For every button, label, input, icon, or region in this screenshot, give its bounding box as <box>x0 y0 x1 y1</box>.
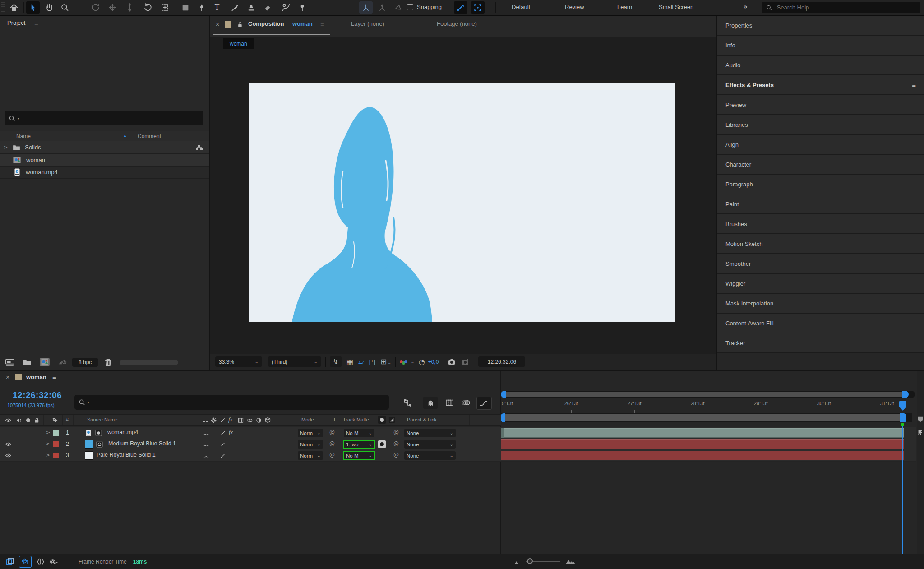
panel-tab-smoother[interactable]: Smoother <box>717 254 924 274</box>
timeline-zoom-slider[interactable] <box>526 561 560 562</box>
timeline-ruler[interactable]: 5:13f 26:13f 27:13f 28:13f 29:13f 30:13f… <box>501 384 916 427</box>
composition-sub-tab[interactable]: woman <box>223 38 254 49</box>
blend-mode-dropdown[interactable]: Norm⌄ <box>298 429 323 437</box>
pickwhip-icon[interactable]: @ <box>329 452 335 458</box>
column-source-name[interactable]: Source Name <box>87 417 117 422</box>
label-color-chip[interactable] <box>53 441 59 447</box>
expand-chevron-icon[interactable]: > <box>46 430 50 435</box>
layer-row-2[interactable]: > 2 Medium Royal Blue Solid 1 Norm⌄ @ 1.… <box>0 439 501 450</box>
draft-3d-button[interactable] <box>423 397 438 409</box>
work-area-end-handle[interactable] <box>900 413 906 422</box>
label-color-chip[interactable] <box>53 453 59 458</box>
view-axis-mode-button[interactable] <box>392 1 405 14</box>
eye-icon[interactable] <box>5 417 12 424</box>
luma-matte-icon[interactable] <box>378 440 386 448</box>
collapse-transformations-icon[interactable] <box>210 417 217 424</box>
exposure-icon[interactable]: ◔ <box>419 357 425 366</box>
frame-blend-column-icon[interactable] <box>237 417 244 424</box>
transparency-grid-icon[interactable]: ▦ <box>346 357 353 366</box>
work-area-body[interactable] <box>505 414 900 421</box>
panel-tab-align[interactable]: Align <box>717 135 924 155</box>
blend-mode-dropdown[interactable]: Norm⌄ <box>298 451 323 460</box>
layer-row-1[interactable]: > 1 woman.mp4 fx Norm⌄ @ No M⌄ @ None⌄ <box>0 427 501 439</box>
workspace-overflow-icon[interactable]: » <box>744 3 748 11</box>
quality-icon[interactable] <box>220 441 226 448</box>
new-folder-icon[interactable] <box>22 357 32 367</box>
panel-tab-paragraph[interactable]: Paragraph <box>717 175 924 194</box>
lock-icon[interactable] <box>33 417 40 424</box>
shy-icon[interactable] <box>202 417 209 424</box>
render-snail-icon[interactable] <box>49 557 59 566</box>
scrollbar-thumb[interactable] <box>506 392 902 397</box>
work-area-start-handle[interactable] <box>501 413 505 422</box>
project-search-box[interactable]: ▾ <box>5 111 203 125</box>
zoom-slider-knob[interactable] <box>527 558 533 564</box>
parent-link-dropdown[interactable]: None⌄ <box>404 451 456 460</box>
current-timecode[interactable]: 12:26:32:06 <box>13 390 62 400</box>
in-out-brackets-icon[interactable] <box>36 557 45 566</box>
panel-tab-paint[interactable]: Paint <box>717 194 924 214</box>
new-composition-icon[interactable] <box>39 357 51 367</box>
graph-editor-button[interactable] <box>476 397 492 410</box>
region-of-interest-icon[interactable]: ◳ <box>369 357 375 366</box>
expand-chevron-icon[interactable]: > <box>46 441 50 447</box>
zoom-tool-button[interactable] <box>58 1 71 14</box>
project-row-woman-mp4[interactable]: woman.mp4 <box>0 166 209 179</box>
track-lane[interactable] <box>501 427 916 439</box>
panel-tab-tracker[interactable]: Tracker <box>717 333 924 353</box>
pickwhip-icon[interactable]: @ <box>329 440 335 447</box>
layer-name[interactable]: woman.mp4 <box>107 429 138 435</box>
mask-visibility-icon[interactable]: ▱ <box>358 357 364 366</box>
panel-tab-libraries[interactable]: Libraries <box>717 115 924 135</box>
layer-row-3[interactable]: > 3 Pale Royal Blue Solid 1 Norm⌄ @ No M… <box>0 450 501 462</box>
parent-link-dropdown[interactable]: None⌄ <box>404 429 456 437</box>
snap-to-edges-button[interactable] <box>471 1 485 14</box>
layer-bar-woman-mp4[interactable] <box>501 428 904 438</box>
pickwhip-icon[interactable]: @ <box>393 429 399 435</box>
channel-settings-icon[interactable]: ⌄ <box>400 359 414 365</box>
preserve-transparency-icon[interactable] <box>378 416 386 424</box>
viewer-timecode[interactable]: 12:26:32:06 <box>478 356 525 367</box>
tab-composition-label[interactable]: Composition <box>248 20 284 27</box>
panel-tab-content-aware-fill[interactable]: Content-Aware Fill <box>717 314 924 333</box>
effects-fx-icon[interactable]: fx <box>228 416 232 423</box>
snapshot-camera-icon[interactable] <box>447 358 456 366</box>
zoom-in-mountains-icon[interactable] <box>565 558 577 565</box>
timeline-track-lanes[interactable] <box>501 427 916 554</box>
brush-tool-button[interactable] <box>228 1 242 14</box>
layer-name[interactable]: Pale Royal Blue Solid 1 <box>97 452 156 458</box>
interpret-footage-icon[interactable] <box>5 357 16 367</box>
pan-behind-tool-button[interactable] <box>158 1 171 14</box>
playhead-handle[interactable] <box>899 401 906 411</box>
exposure-value[interactable]: +0,0 <box>428 359 439 365</box>
composition-mini-flowchart-icon[interactable] <box>403 398 413 408</box>
search-options-chevron-icon[interactable]: ▾ <box>18 116 19 120</box>
local-axis-mode-button[interactable] <box>359 1 373 14</box>
panel-tab-character[interactable]: Character <box>717 155 924 175</box>
search-options-chevron-icon[interactable]: ▾ <box>88 400 89 404</box>
selection-tool-button[interactable] <box>26 1 40 14</box>
grid-guides-icon[interactable]: ⊞⌄ <box>381 357 392 366</box>
project-row-woman-comp[interactable]: woman <box>0 154 209 167</box>
quality-icon[interactable] <box>219 417 226 424</box>
close-tab-icon[interactable]: × <box>216 21 219 28</box>
panel-tab-preview[interactable]: Preview <box>717 95 924 115</box>
expand-layers-icon[interactable] <box>5 557 15 567</box>
panel-tab-wiggler[interactable]: Wiggler <box>717 274 924 294</box>
panel-tab-effects-presets[interactable]: Effects & Presets≡ <box>717 75 924 95</box>
column-track-matte[interactable]: Track Matte <box>343 417 369 422</box>
zoom-out-mountain-icon[interactable] <box>513 559 522 565</box>
layer-bar-pale-royal-blue-solid[interactable] <box>501 451 904 460</box>
home-tool-button[interactable] <box>7 1 21 14</box>
blend-mode-dropdown[interactable]: Norm⌄ <box>298 440 323 449</box>
dolly-camera-tool-button[interactable] <box>123 1 136 14</box>
3d-layer-icon[interactable] <box>264 417 271 424</box>
timeline-search-box[interactable]: ▾ <box>74 395 389 410</box>
parent-link-dropdown[interactable]: None⌄ <box>404 440 456 449</box>
shy-icon[interactable] <box>203 453 209 459</box>
panel-tab-audio[interactable]: Audio <box>717 56 924 75</box>
motion-blur-icon[interactable] <box>461 398 471 407</box>
pan-camera-tool-button[interactable] <box>106 1 119 14</box>
pickwhip-icon[interactable]: @ <box>393 452 399 458</box>
layer-name[interactable]: Medium Royal Blue Solid 1 <box>108 440 176 447</box>
